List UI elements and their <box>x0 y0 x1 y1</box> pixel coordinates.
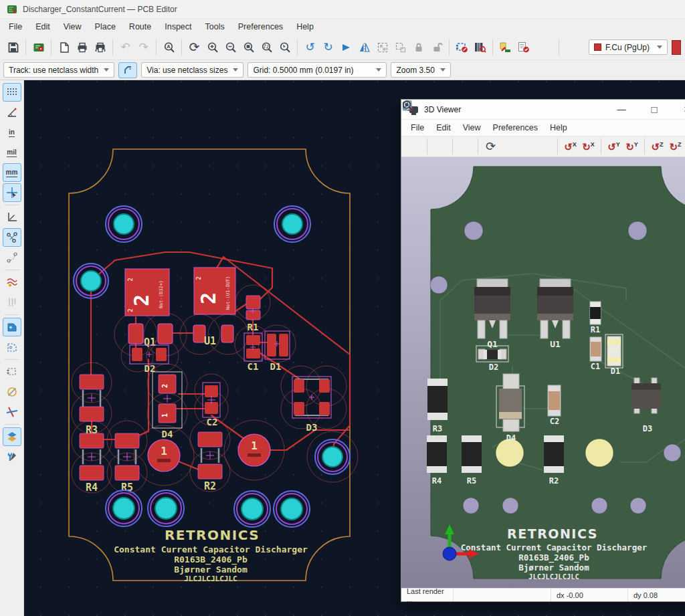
board-setup-button[interactable] <box>29 38 47 56</box>
mirror-button[interactable] <box>355 38 373 56</box>
update-pcb-button[interactable] <box>496 38 514 56</box>
rotate-z-cw-button[interactable]: ↻Z <box>666 138 684 156</box>
net-inspector-button[interactable] <box>3 293 21 312</box>
reload-board-button[interactable] <box>405 138 423 156</box>
zoom-in-button[interactable] <box>203 38 221 56</box>
footprint-browser-button[interactable] <box>471 38 489 56</box>
render-options-button[interactable] <box>456 138 474 156</box>
save-button[interactable] <box>4 38 22 56</box>
3d-menu-view[interactable]: View <box>458 121 486 134</box>
3d-zoom-in-button[interactable] <box>500 138 518 156</box>
zoom-out-button[interactable] <box>221 38 239 56</box>
3d-pad-round <box>585 439 613 467</box>
rotate-x-cw-button[interactable]: ↻X <box>579 138 597 156</box>
menu-place[interactable]: Place <box>89 20 122 33</box>
3d-zoom-out-button[interactable] <box>518 138 536 156</box>
sketch-tracks-button[interactable] <box>3 403 21 421</box>
menu-view[interactable]: View <box>58 20 88 33</box>
3d-ref-d1: D1 <box>611 367 620 376</box>
track-posture-toggle[interactable] <box>118 62 137 78</box>
menu-edit[interactable]: Edit <box>29 20 56 33</box>
layer-selector[interactable]: F.Cu (PgUp) <box>589 39 668 55</box>
3d-refresh-button[interactable]: ⟳ <box>482 138 500 156</box>
menu-file[interactable]: File <box>3 20 28 33</box>
via-size-selector[interactable]: Via: use netclass sizes <box>141 62 243 78</box>
3d-viewer-titlebar[interactable]: 3D Viewer — □ ✕ <box>401 100 685 120</box>
tht-pad-1a[interactable]: 1 <box>148 439 180 472</box>
footprint-r1[interactable]: R1 <box>246 296 260 332</box>
rotate-ccw-button[interactable]: ↺ <box>301 38 319 56</box>
units-mils-button[interactable]: mil <box>3 143 21 162</box>
crosshair-cursor-button[interactable] <box>3 183 21 202</box>
3d-pad-round <box>496 439 524 467</box>
svg-text:2: 2 <box>127 308 134 312</box>
print-button[interactable] <box>73 38 91 56</box>
group-button[interactable] <box>373 38 391 56</box>
plot-button[interactable] <box>91 38 109 56</box>
find-icon: A <box>163 41 175 54</box>
zone-outline-display-button[interactable] <box>3 338 21 356</box>
grid-selector[interactable]: Grid: 0.5000 mm (0.0197 in) <box>248 62 387 78</box>
find-button[interactable]: A <box>160 38 178 56</box>
redo-button[interactable]: ↷ <box>134 38 153 56</box>
zoom-fit-icon <box>401 100 413 112</box>
undo-button[interactable]: ↶ <box>116 38 134 56</box>
sketch-pads-button[interactable] <box>3 383 21 401</box>
track-width-selector[interactable]: Track: use netclass width <box>3 62 114 78</box>
refresh-button[interactable]: ⟳ <box>185 38 203 56</box>
menu-tools[interactable]: Tools <box>199 20 231 33</box>
3d-render[interactable]: Q1 U1 <box>401 157 685 588</box>
3d-menu-edit[interactable]: Edit <box>431 121 456 134</box>
units-inches-button[interactable]: in <box>3 123 21 142</box>
footprint-u1[interactable]: 2 2 Net-(U1-OUT) U1 <box>193 268 235 347</box>
properties-panel-button[interactable] <box>3 447 21 466</box>
page-settings-button[interactable] <box>55 38 73 56</box>
menu-inspect[interactable]: Inspect <box>159 20 197 33</box>
curved-ratsnest-button[interactable] <box>3 248 21 267</box>
tht-pad-1b[interactable]: 1 <box>238 434 270 466</box>
zoom-fit-objects-button[interactable] <box>258 38 276 56</box>
rotate-y-ccw-button[interactable]: ↺Y <box>605 138 623 156</box>
3d-menu-help[interactable]: Help <box>545 121 573 134</box>
svg-text:2: 2 <box>127 278 134 281</box>
ref-q1: Q1 <box>144 336 156 348</box>
unlock-icon <box>431 41 443 54</box>
drawing-sheet-axis-button[interactable] <box>3 208 21 227</box>
menu-route[interactable]: Route <box>123 20 157 33</box>
show-ratsnest-button[interactable] <box>3 228 21 247</box>
copy-image-button[interactable] <box>431 138 449 156</box>
layers-manager-button[interactable] <box>3 427 21 446</box>
highlight-nets-button[interactable] <box>3 273 21 292</box>
3d-ref-r1: R1 <box>591 325 600 334</box>
pcb-editor-canvas[interactable]: 2 2 2 Net-(D32+) Q1 D2 2 2 Net- <box>24 80 685 616</box>
menu-preferences[interactable]: Preferences <box>232 20 289 33</box>
footprint-q1[interactable]: 2 2 2 Net-(D32+) Q1 <box>125 269 173 348</box>
3d-menu-file[interactable]: File <box>405 121 429 134</box>
ungroup-button[interactable] <box>391 38 409 56</box>
zone-fill-display-button[interactable] <box>3 318 21 336</box>
3d-menu-preferences[interactable]: Preferences <box>488 121 543 134</box>
grid-toggle-button[interactable] <box>3 83 21 102</box>
flip-board-button[interactable] <box>337 38 355 56</box>
rotate-x-ccw-button[interactable]: ↺X <box>561 138 579 156</box>
minimize-button[interactable]: — <box>608 104 635 114</box>
sketch-footprints-button[interactable] <box>3 363 21 381</box>
polar-coordinates-button[interactable] <box>3 103 21 122</box>
drc-button[interactable] <box>514 38 532 56</box>
rotate-y-cw-button[interactable]: ↻Y <box>623 138 641 156</box>
maximize-button[interactable]: □ <box>641 104 668 115</box>
zoom-fit-page-button[interactable] <box>239 38 258 56</box>
zoom-selector[interactable]: Zoom 3.50 <box>391 62 450 78</box>
3d-render-canvas[interactable]: Q1 U1 <box>401 157 685 588</box>
menu-help[interactable]: Help <box>290 20 320 33</box>
3d-zoom-fit-button[interactable] <box>536 138 554 156</box>
units-mm-button[interactable]: mm <box>3 163 21 182</box>
lock-button[interactable] <box>409 38 427 56</box>
rotate-z-ccw-button[interactable]: ↺Z <box>648 138 666 156</box>
footprint-editor-button[interactable] <box>453 38 471 56</box>
rotate-cw-button[interactable]: ↻ <box>319 38 337 56</box>
footprint-editor-icon <box>456 41 468 54</box>
zoom-to-selection-button[interactable] <box>276 38 294 56</box>
close-button[interactable]: ✕ <box>674 104 685 114</box>
unlock-button[interactable] <box>427 38 446 56</box>
